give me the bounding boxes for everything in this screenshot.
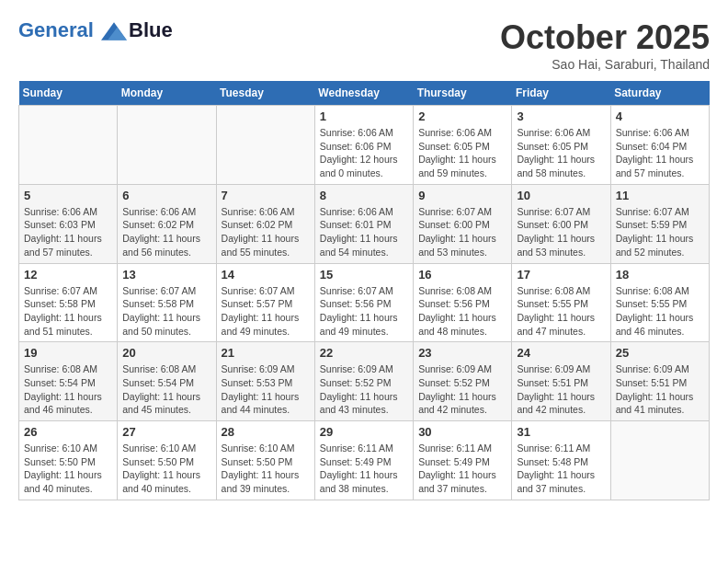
title-block: October 2025 Sao Hai, Saraburi, Thailand (500, 18, 710, 72)
calendar-cell: 30Sunrise: 6:11 AMSunset: 5:49 PMDayligh… (414, 421, 512, 500)
day-info: Sunrise: 6:09 AMSunset: 5:52 PMDaylight:… (418, 362, 506, 417)
calendar-cell (610, 421, 709, 500)
calendar-cell: 1Sunrise: 6:06 AMSunset: 6:06 PMDaylight… (314, 106, 413, 185)
calendar-week-2: 12Sunrise: 6:07 AMSunset: 5:58 PMDayligh… (19, 263, 710, 342)
calendar-cell: 28Sunrise: 6:10 AMSunset: 5:50 PMDayligh… (216, 421, 314, 500)
weekday-header-tuesday: Tuesday (216, 81, 314, 106)
calendar-cell: 8Sunrise: 6:06 AMSunset: 6:01 PMDaylight… (314, 184, 413, 263)
month-title: October 2025 (500, 18, 710, 57)
day-number: 25 (616, 346, 704, 360)
logo-line1: General (18, 18, 94, 41)
calendar-cell: 12Sunrise: 6:07 AMSunset: 5:58 PMDayligh… (19, 263, 118, 342)
day-info: Sunrise: 6:06 AMSunset: 6:02 PMDaylight:… (122, 205, 210, 259)
calendar-cell: 4Sunrise: 6:06 AMSunset: 6:04 PMDaylight… (610, 106, 709, 185)
day-info: Sunrise: 6:08 AMSunset: 5:54 PMDaylight:… (122, 362, 210, 417)
day-number: 29 (320, 425, 408, 439)
weekday-header-thursday: Thursday (414, 81, 512, 106)
calendar-cell (19, 106, 118, 185)
day-info: Sunrise: 6:10 AMSunset: 5:50 PMDaylight:… (122, 442, 210, 496)
calendar-cell: 26Sunrise: 6:10 AMSunset: 5:50 PMDayligh… (19, 421, 118, 500)
day-number: 15 (320, 268, 408, 282)
calendar-cell: 16Sunrise: 6:08 AMSunset: 5:56 PMDayligh… (414, 263, 512, 342)
day-info: Sunrise: 6:10 AMSunset: 5:50 PMDaylight:… (222, 442, 310, 496)
calendar-cell: 9Sunrise: 6:07 AMSunset: 6:00 PMDaylight… (414, 184, 512, 263)
calendar-cell: 21Sunrise: 6:09 AMSunset: 5:53 PMDayligh… (216, 342, 314, 421)
day-number: 5 (24, 189, 112, 202)
day-number: 27 (122, 425, 210, 439)
calendar-cell: 6Sunrise: 6:06 AMSunset: 6:02 PMDaylight… (118, 184, 216, 263)
day-info: Sunrise: 6:08 AMSunset: 5:55 PMDaylight:… (517, 284, 605, 339)
day-info: Sunrise: 6:07 AMSunset: 5:58 PMDaylight:… (24, 284, 112, 339)
weekday-header-friday: Friday (512, 81, 610, 106)
logo-icon (101, 22, 127, 40)
day-info: Sunrise: 6:07 AMSunset: 5:58 PMDaylight:… (122, 284, 210, 339)
day-number: 16 (418, 268, 506, 282)
day-number: 24 (517, 346, 605, 360)
day-number: 11 (616, 189, 704, 202)
calendar-cell: 10Sunrise: 6:07 AMSunset: 6:00 PMDayligh… (512, 184, 610, 263)
calendar-cell: 15Sunrise: 6:07 AMSunset: 5:56 PMDayligh… (314, 263, 413, 342)
calendar-cell: 11Sunrise: 6:07 AMSunset: 5:59 PMDayligh… (610, 184, 709, 263)
calendar-cell (216, 106, 314, 185)
day-info: Sunrise: 6:06 AMSunset: 6:02 PMDaylight:… (222, 205, 310, 259)
weekday-header-wednesday: Wednesday (314, 81, 413, 106)
day-info: Sunrise: 6:06 AMSunset: 6:01 PMDaylight:… (320, 205, 408, 259)
day-info: Sunrise: 6:06 AMSunset: 6:05 PMDaylight:… (418, 126, 506, 180)
day-number: 12 (24, 268, 112, 282)
day-number: 4 (616, 109, 704, 123)
day-info: Sunrise: 6:10 AMSunset: 5:50 PMDaylight:… (24, 442, 112, 496)
calendar-week-1: 5Sunrise: 6:06 AMSunset: 6:03 PMDaylight… (19, 184, 710, 263)
day-info: Sunrise: 6:09 AMSunset: 5:51 PMDaylight:… (616, 362, 704, 417)
day-number: 14 (222, 268, 310, 282)
day-info: Sunrise: 6:06 AMSunset: 6:06 PMDaylight:… (320, 126, 408, 180)
location-subtitle: Sao Hai, Saraburi, Thailand (500, 57, 710, 72)
weekday-header-monday: Monday (118, 81, 216, 106)
calendar-cell: 29Sunrise: 6:11 AMSunset: 5:49 PMDayligh… (314, 421, 413, 500)
calendar-cell: 20Sunrise: 6:08 AMSunset: 5:54 PMDayligh… (118, 342, 216, 421)
day-info: Sunrise: 6:08 AMSunset: 5:56 PMDaylight:… (418, 284, 506, 339)
day-number: 1 (320, 109, 408, 123)
logo: General Blue (18, 18, 173, 42)
calendar-table: SundayMondayTuesdayWednesdayThursdayFrid… (18, 81, 710, 500)
day-info: Sunrise: 6:07 AMSunset: 5:56 PMDaylight:… (320, 284, 408, 339)
day-info: Sunrise: 6:09 AMSunset: 5:51 PMDaylight:… (517, 362, 605, 417)
calendar-cell: 22Sunrise: 6:09 AMSunset: 5:52 PMDayligh… (314, 342, 413, 421)
day-info: Sunrise: 6:06 AMSunset: 6:04 PMDaylight:… (616, 126, 704, 180)
day-number: 19 (24, 346, 112, 360)
calendar-week-0: 1Sunrise: 6:06 AMSunset: 6:06 PMDaylight… (19, 106, 710, 185)
day-number: 8 (320, 189, 408, 202)
day-info: Sunrise: 6:11 AMSunset: 5:48 PMDaylight:… (517, 442, 605, 496)
day-info: Sunrise: 6:07 AMSunset: 6:00 PMDaylight:… (517, 205, 605, 259)
day-info: Sunrise: 6:08 AMSunset: 5:54 PMDaylight:… (24, 362, 112, 417)
day-number: 9 (418, 189, 506, 202)
day-info: Sunrise: 6:08 AMSunset: 5:55 PMDaylight:… (616, 284, 704, 339)
calendar-week-3: 19Sunrise: 6:08 AMSunset: 5:54 PMDayligh… (19, 342, 710, 421)
day-info: Sunrise: 6:07 AMSunset: 5:57 PMDaylight:… (222, 284, 310, 339)
calendar-cell: 3Sunrise: 6:06 AMSunset: 6:05 PMDaylight… (512, 106, 610, 185)
calendar-cell (118, 106, 216, 185)
day-number: 22 (320, 346, 408, 360)
day-info: Sunrise: 6:06 AMSunset: 6:05 PMDaylight:… (517, 126, 605, 180)
day-number: 18 (616, 268, 704, 282)
calendar-cell: 31Sunrise: 6:11 AMSunset: 5:48 PMDayligh… (512, 421, 610, 500)
day-number: 21 (222, 346, 310, 360)
day-number: 2 (418, 109, 506, 123)
day-number: 23 (418, 346, 506, 360)
logo-line2: Blue (129, 18, 173, 42)
calendar-week-4: 26Sunrise: 6:10 AMSunset: 5:50 PMDayligh… (19, 421, 710, 500)
day-info: Sunrise: 6:09 AMSunset: 5:52 PMDaylight:… (320, 362, 408, 417)
day-info: Sunrise: 6:09 AMSunset: 5:53 PMDaylight:… (222, 362, 310, 417)
calendar-cell: 27Sunrise: 6:10 AMSunset: 5:50 PMDayligh… (118, 421, 216, 500)
day-info: Sunrise: 6:11 AMSunset: 5:49 PMDaylight:… (320, 442, 408, 496)
weekday-header-sunday: Sunday (19, 81, 118, 106)
day-number: 3 (517, 109, 605, 123)
weekday-header-saturday: Saturday (610, 81, 709, 106)
day-info: Sunrise: 6:07 AMSunset: 6:00 PMDaylight:… (418, 205, 506, 259)
day-number: 6 (122, 189, 210, 202)
day-number: 28 (222, 425, 310, 439)
calendar-cell: 7Sunrise: 6:06 AMSunset: 6:02 PMDaylight… (216, 184, 314, 263)
calendar-cell: 19Sunrise: 6:08 AMSunset: 5:54 PMDayligh… (19, 342, 118, 421)
day-number: 10 (517, 189, 605, 202)
day-number: 7 (222, 189, 310, 202)
day-info: Sunrise: 6:06 AMSunset: 6:03 PMDaylight:… (24, 205, 112, 259)
